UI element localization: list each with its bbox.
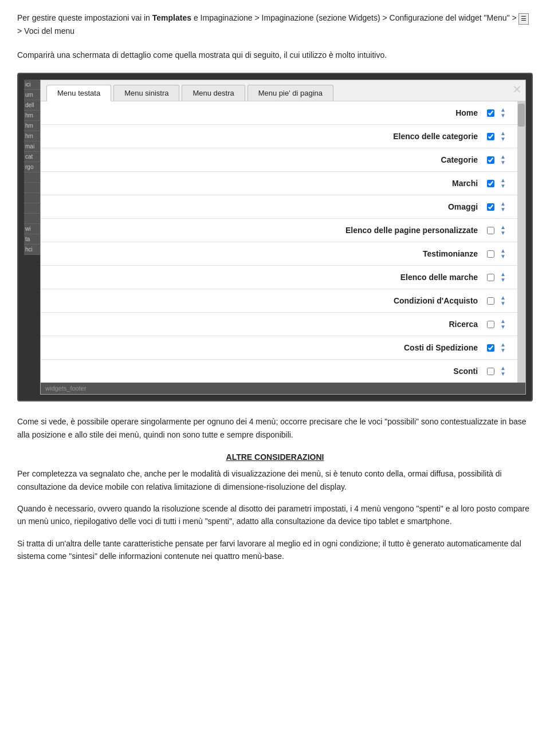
menu-label-omaggi: Omaggi xyxy=(52,202,487,211)
left-item-5: hm xyxy=(24,121,40,131)
arrows-home: ▲ ▼ xyxy=(500,107,506,119)
body-paragraph-2: Per completezza va segnalato che, anche … xyxy=(17,467,533,493)
checkbox-condizioni-acquisto[interactable] xyxy=(487,297,494,305)
checkbox-omaggi[interactable] xyxy=(487,203,494,211)
arrow-down-elenco-marche[interactable]: ▼ xyxy=(500,277,506,283)
arrow-down-pagine-personalizzate[interactable]: ▼ xyxy=(500,230,506,236)
checkbox-costi-spedizione[interactable] xyxy=(487,344,494,352)
menu-item-marchi: Marchi ▲ ▼ xyxy=(41,172,517,195)
checkbox-testimonianze[interactable] xyxy=(487,250,494,258)
left-item-14 xyxy=(24,214,40,224)
tab-menu-destra[interactable]: Menu destra xyxy=(182,85,245,101)
left-item-13 xyxy=(24,203,40,214)
menu-item-sconti: Sconti ▲ ▼ xyxy=(41,360,517,383)
arrow-down-home[interactable]: ▼ xyxy=(500,113,506,119)
menu-label-condizioni-acquisto: Condizioni d'Acquisto xyxy=(52,296,487,305)
arrow-down-costi-spedizione[interactable]: ▼ xyxy=(500,348,506,353)
checkbox-elenco-categorie[interactable] xyxy=(487,133,494,140)
left-item-15: wi xyxy=(24,224,40,234)
menu-label-sconti: Sconti xyxy=(52,367,487,376)
dialog-container: ici um dell hm hm hm mai cat rgo wi ta h… xyxy=(17,73,533,401)
menu-label-elenco-marche: Elenco delle marche xyxy=(52,273,487,282)
menu-label-categorie: Categorie xyxy=(52,155,487,164)
arrows-omaggi: ▲ ▼ xyxy=(500,201,506,212)
menu-item-omaggi: Omaggi ▲ ▼ xyxy=(41,195,517,219)
left-item-1: ici xyxy=(24,80,40,90)
menu-item-costi-spedizione: Costi di Spedizione ▲ ▼ xyxy=(41,336,517,360)
menu-label-ricerca: Ricerca xyxy=(52,320,487,329)
left-item-10 xyxy=(24,172,40,183)
left-item-4: hm xyxy=(24,111,40,121)
left-panel: ici um dell hm hm hm mai cat rgo wi ta h… xyxy=(24,80,40,255)
left-item-17: hci xyxy=(24,245,40,255)
arrow-down-sconti[interactable]: ▼ xyxy=(500,371,506,377)
body-paragraph-4: Si tratta di un'altra delle tante caratt… xyxy=(17,537,533,563)
left-item-11 xyxy=(24,183,40,193)
menu-item-categorie: Categorie ▲ ▼ xyxy=(41,148,517,172)
arrows-condizioni-acquisto: ▲ ▼ xyxy=(500,295,506,306)
checkbox-elenco-marche[interactable] xyxy=(487,274,494,281)
dialog-bottom-bar: widgets_footer xyxy=(41,383,525,394)
arrows-elenco-marche: ▲ ▼ xyxy=(500,271,506,283)
arrow-down-condizioni-acquisto[interactable]: ▼ xyxy=(500,301,506,306)
left-item-12 xyxy=(24,193,40,203)
section-title-altre-considerazioni: ALTRE CONSIDERAZIONI xyxy=(17,452,533,462)
menu-item-pagine-personalizzate: Elenco delle pagine personalizzate ▲ ▼ xyxy=(41,219,517,242)
arrows-ricerca: ▲ ▼ xyxy=(500,318,506,330)
body-paragraph-3: Quando è necessario, ovvero quando la ri… xyxy=(17,502,533,528)
left-item-16: ta xyxy=(24,234,40,245)
dialog-wrapper: ici um dell hm hm hm mai cat rgo wi ta h… xyxy=(24,80,526,395)
menu-label-pagine-personalizzate: Elenco delle pagine personalizzate xyxy=(52,226,487,235)
arrows-categorie: ▲ ▼ xyxy=(500,154,506,166)
menu-item-elenco-categorie: Elenco delle categorie ▲ ▼ xyxy=(41,125,517,148)
menu-items-list: Home ▲ ▼ Elenco delle categorie xyxy=(41,101,517,383)
menu-label-costi-spedizione: Costi di Spedizione xyxy=(52,343,487,352)
menu-item-testimonianze: Testimonianze ▲ ▼ xyxy=(41,242,517,266)
tabs-row: Menu testata Menu sinistra Menu destra M… xyxy=(41,80,525,101)
left-item-6: hm xyxy=(24,131,40,141)
arrow-down-omaggi[interactable]: ▼ xyxy=(500,207,506,212)
arrows-elenco-categorie: ▲ ▼ xyxy=(500,131,506,142)
scrollbar-track[interactable] xyxy=(517,101,525,383)
dialog-inner-wrap: ✕ Menu testata Menu sinistra Menu destra… xyxy=(40,80,526,395)
menu-item-elenco-marche: Elenco delle marche ▲ ▼ xyxy=(41,266,517,289)
intro-paragraph-1: Per gestire queste impostazioni vai in T… xyxy=(17,11,533,37)
left-item-2: um xyxy=(24,90,40,100)
arrow-down-marchi[interactable]: ▼ xyxy=(500,183,506,189)
arrows-sconti: ▲ ▼ xyxy=(500,365,506,377)
checkbox-categorie[interactable] xyxy=(487,156,494,164)
menu-label-testimonianze: Testimonianze xyxy=(52,249,487,258)
menu-label-marchi: Marchi xyxy=(52,179,487,188)
arrow-down-categorie[interactable]: ▼ xyxy=(500,160,506,166)
menu-item-ricerca: Ricerca ▲ ▼ xyxy=(41,313,517,336)
menu-label-home: Home xyxy=(52,108,487,117)
arrows-testimonianze: ▲ ▼ xyxy=(500,248,506,259)
tab-menu-testata[interactable]: Menu testata xyxy=(46,85,111,101)
dialog-scroll-area: Home ▲ ▼ Elenco delle categorie xyxy=(41,101,525,383)
checkbox-home[interactable] xyxy=(487,109,494,117)
arrow-down-elenco-categorie[interactable]: ▼ xyxy=(500,136,506,142)
checkbox-sconti[interactable] xyxy=(487,368,494,375)
checkbox-pagine-personalizzate[interactable] xyxy=(487,227,494,234)
menu-item-home: Home ▲ ▼ xyxy=(41,101,517,125)
tab-menu-sinistra[interactable]: Menu sinistra xyxy=(113,85,179,101)
left-item-7: mai xyxy=(24,141,40,152)
checkbox-ricerca[interactable] xyxy=(487,321,494,328)
close-button[interactable]: ✕ xyxy=(512,82,522,96)
left-item-8: cat xyxy=(24,152,40,162)
arrow-down-testimonianze[interactable]: ▼ xyxy=(500,254,506,259)
bottom-bar-text: widgets_footer xyxy=(45,385,87,392)
intro-paragraph-2: Comparirà una schermata di dettaglio com… xyxy=(17,49,533,61)
checkbox-marchi[interactable] xyxy=(487,180,494,187)
dialog-inner: ✕ Menu testata Menu sinistra Menu destra… xyxy=(40,80,526,395)
arrows-costi-spedizione: ▲ ▼ xyxy=(500,342,506,353)
menu-item-condizioni-acquisto: Condizioni d'Acquisto ▲ ▼ xyxy=(41,289,517,313)
menu-label-elenco-categorie: Elenco delle categorie xyxy=(52,132,487,141)
left-item-9: rgo xyxy=(24,162,40,172)
left-item-3: dell xyxy=(24,100,40,111)
arrows-marchi: ▲ ▼ xyxy=(500,178,506,189)
scrollbar-thumb[interactable] xyxy=(518,104,525,127)
arrow-down-ricerca[interactable]: ▼ xyxy=(500,324,506,330)
body-paragraph-1: Come si vede, è possibile operare singol… xyxy=(17,415,533,441)
tab-menu-pie-di-pagina[interactable]: Menu pie' di pagina xyxy=(247,85,333,101)
